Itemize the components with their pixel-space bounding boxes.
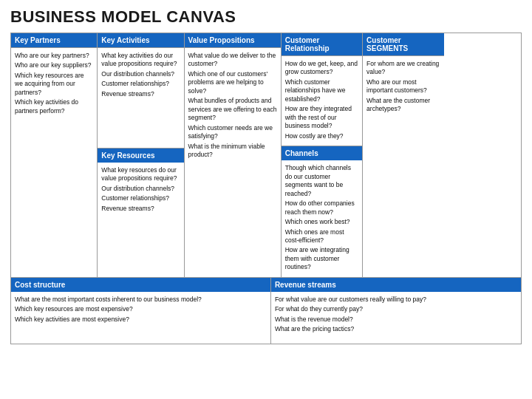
key-activities-header: Key Activities [98,33,183,48]
ch-item-5: How are we integrating them with custome… [285,246,358,271]
rev-item-4: What are the pricing tactics? [275,325,517,333]
ch-item-2: How do other companies reach them now? [285,200,358,216]
ch-item-4: Which ones are most cost-efficient? [285,228,358,245]
kr-item-3: Customer relationships? [101,194,180,202]
cost-structure-content: What are the most important costs inhere… [11,292,270,344]
kr-item-1: What key resources do our value proposit… [101,166,180,183]
cr-item-1: How do we get, keep, and grow customers? [285,60,358,77]
customer-segments-panel: Customer SEGMENTS For whom are we creati… [363,33,444,277]
page-title: BUSINESS MODEL CANVAS [10,7,522,27]
key-partners-panel: Key Partners Who are our key partners? W… [11,33,98,277]
ka-item-4: Revenue streams? [101,90,180,98]
key-partners-header: Key Partners [11,33,97,48]
customer-relationship-header: Customer Relationship [282,33,362,56]
key-resources-panel: What key resources do our value proposit… [98,163,183,277]
rev-item-1: For what value are our customers really … [275,296,517,304]
main-area: Key Partners Who are our key partners? W… [11,33,521,278]
kp-item-4: Which key activities do partners perform… [15,98,93,115]
ka-item-2: Our distribution channels? [101,70,180,78]
customer-segments-header: Customer SEGMENTS [363,33,444,56]
vp-item-2: Which one of our customers' problems are… [188,70,277,95]
revenue-streams-section: Revenue streams For what value are our c… [271,278,521,344]
kr-item-4: Revenue streams? [101,205,180,213]
rev-item-3: What is the revenue model? [275,316,517,324]
kp-item-1: Who are our key partners? [15,52,93,60]
cs-item-1: For whom are we creating value? [366,60,440,77]
cost-item-3: Which key activities are most expensive? [15,316,267,324]
ch-item-3: Which ones work best? [285,218,358,226]
rev-item-2: For what do they currently pay? [275,305,517,313]
key-activities-panel: Key Activities What key activities do ou… [98,33,183,149]
vp-item-1: What value do we deliver to the customer… [188,52,277,69]
cs-item-2: Who are our most important customers? [366,78,440,95]
cs-item-3: What are the customer archetypes? [366,97,440,114]
channels-header: Channels [282,146,362,160]
key-resources-header: Key Resources [98,149,183,163]
ka-item-1: What key activities do our value proposi… [101,52,180,69]
kp-item-2: Who are our key suppliers? [15,61,93,69]
kp-item-3: Which key resources are we acquiring fro… [15,72,93,97]
channels-panel: Though which channels do our customer se… [282,160,362,277]
revenue-streams-content: For what value are our customers really … [271,292,521,344]
vp-item-3: What bundles of products and services ar… [188,97,277,122]
vp-item-5: What is the minimum viable product? [188,143,277,160]
relationship-channels-stack: Customer Relationship How do we get, kee… [282,33,363,277]
bottom-row: Cost structure What are the most importa… [11,278,521,344]
revenue-streams-header: Revenue streams [271,278,521,292]
cr-item-4: How costly are they? [285,132,358,140]
activities-resources-stack: Key Activities What key activities do ou… [98,33,184,277]
customer-relationship-panel: Customer Relationship How do we get, kee… [282,33,362,146]
cr-item-3: How are they integrated with the rest of… [285,105,358,130]
canvas-wrapper: Key Partners Who are our key partners? W… [10,33,522,344]
value-propositions-panel: Value Propositions What value do we deli… [185,33,282,277]
kr-item-2: Our distribution channels? [101,185,180,193]
ch-item-1: Though which channels do our customer se… [285,164,358,198]
ka-item-3: Customer relationships? [101,80,180,88]
cost-structure-header: Cost structure [11,278,270,292]
value-propositions-header: Value Propositions [185,33,281,48]
cr-item-2: Which customer relationships have we est… [285,78,358,103]
cost-item-1: What are the most important costs inhere… [15,296,267,304]
cost-structure-section: Cost structure What are the most importa… [11,278,271,344]
vp-item-4: Which customer needs are we satisfying? [188,124,277,141]
cost-item-2: Which key resources are most expensive? [15,305,267,313]
